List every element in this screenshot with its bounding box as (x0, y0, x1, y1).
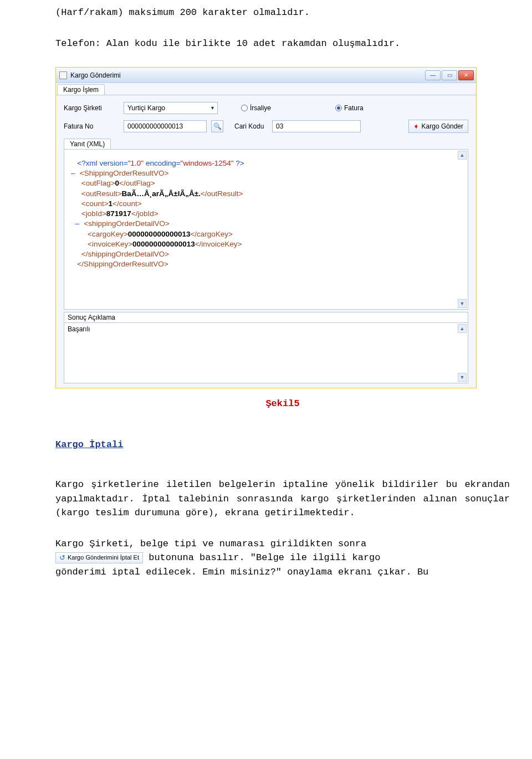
xml-outres-o: <outResult> (81, 189, 122, 198)
xml-decl-ver: "1.0" (128, 159, 144, 167)
kargo-sirketi-select[interactable]: Yurtiçi Kargo ▼ (124, 102, 218, 114)
xml-decl-a: <?xml version= (77, 159, 128, 167)
xml-root-close: </ShippingOrderResultVO> (77, 260, 168, 268)
xml-outflag-v: 0 (115, 179, 120, 187)
scroll-down-icon[interactable]: ▼ (458, 373, 467, 382)
xml-inv-o: <invoiceKey> (88, 240, 132, 248)
kargo-iptal-label: Kargo Gönderimini İptal Et (68, 553, 139, 562)
note-harf-rakam: (Harf/rakam) maksimum 200 karakter olmal… (55, 6, 510, 20)
xml-count-c: </count> (112, 199, 142, 208)
xml-cargo-o: <cargoKey> (88, 230, 128, 238)
para2-line3: gönderimi iptal edilecek. Emin misiniz?"… (55, 567, 428, 577)
xml-jobid-v: 871917 (106, 209, 131, 218)
kargo-gonder-label: Kargo Gönder (422, 122, 463, 130)
scroll-up-icon[interactable]: ▲ (458, 151, 467, 160)
chevron-down-icon: ▼ (210, 105, 215, 111)
cari-kodu-input[interactable]: 03 (272, 120, 361, 132)
xml-outflag-c: </outFlag> (119, 179, 155, 187)
xml-decl-b: encoding= (144, 159, 180, 167)
kargo-iptal-button[interactable]: ↺ Kargo Gönderimini İptal Et (55, 552, 143, 563)
minimize-button[interactable]: — (425, 70, 441, 80)
paragraph-iptal-2: Kargo Şirketi, belge tipi ve numarası gi… (55, 537, 510, 579)
note-telefon: Telefon: Alan kodu ile birlikte 10 adet … (55, 37, 510, 51)
maximize-button[interactable]: ▭ (442, 70, 457, 80)
xml-collapse-icon[interactable]: – (71, 168, 78, 178)
para2-line1: Kargo Şirketi, belge tipi ve numarası gi… (55, 539, 366, 549)
send-icon: ➧ (413, 122, 419, 130)
kargo-gonder-button[interactable]: ➧ Kargo Gönder (408, 120, 468, 133)
xml-outres-v: BaÃ…Å¸arÃ„Â±lÃ„Â±. (122, 189, 201, 198)
label-kargo-sirketi: Kargo Şirketi (64, 104, 119, 112)
kargo-sirketi-value: Yurtiçi Kargo (127, 104, 165, 112)
tab-kargo-islem[interactable]: Kargo İşlem (57, 84, 105, 95)
scroll-down-icon[interactable]: ▼ (458, 299, 467, 308)
app-icon (59, 71, 67, 79)
undo-icon: ↺ (59, 552, 65, 563)
xml-root-open: <ShippingOrderResultVO> (80, 169, 169, 177)
xml-outflag-o: <outFlag> (81, 179, 115, 187)
close-button[interactable]: ✕ (458, 70, 474, 80)
label-cari-kodu: Cari Kodu (234, 122, 268, 130)
xml-decl-enc: "windows-1254" (181, 159, 234, 167)
figure-caption: Şekil5 (55, 398, 510, 409)
xml-inv-v: 000000000000013 (132, 240, 195, 248)
radio-fatura[interactable]: Fatura (335, 104, 364, 112)
para2-after-btn: butonuna basılır. "Belge ile ilgili karg… (143, 552, 380, 563)
cari-kodu-value: 03 (276, 122, 283, 130)
fatura-no-input[interactable]: 000000000000013 (124, 120, 207, 132)
section-kargo-iptali: Kargo İptali (55, 439, 510, 450)
xml-result-panel: ▲ ▼ <?xml version="1.0" encoding="window… (64, 149, 468, 310)
xml-jobid-o: <jobId> (81, 209, 106, 218)
sonuc-aciklama-box: Başarılı ▲ ▼ (64, 322, 468, 383)
xml-detail-close: </shippingOrderDetailVO> (81, 250, 169, 258)
xml-inv-c: </invoiceKey> (195, 240, 242, 248)
radio-dot-on (335, 105, 342, 111)
xml-count-o: <count> (81, 199, 109, 208)
radio-irsaliye[interactable]: İrsaliye (241, 104, 271, 112)
scroll-up-icon[interactable]: ▲ (458, 324, 467, 333)
paragraph-iptal-1: Kargo şirketlerine iletilen belgelerin i… (55, 478, 510, 520)
xml-outres-c: </outResult> (201, 189, 243, 198)
radio-irsaliye-label: İrsaliye (250, 104, 271, 112)
kargo-gonderimi-window: Kargo Gönderimi — ▭ ✕ Kargo İşlem Kargo … (55, 67, 477, 388)
tab-yanit-xml[interactable]: Yanıt (XML) (64, 139, 111, 149)
xml-cargo-c: </cargoKey> (190, 230, 233, 238)
radio-dot-off (241, 105, 248, 111)
xml-detail-open: <shippingOrderDetailVO> (84, 219, 170, 228)
label-fatura-no: Fatura No (64, 122, 119, 130)
window-titlebar: Kargo Gönderimi — ▭ ✕ (56, 68, 476, 83)
xml-cargo-v: 000000000000013 (128, 230, 191, 238)
xml-jobid-c: </jobId> (131, 209, 158, 218)
sonuc-value: Başarılı (68, 325, 90, 333)
label-sonuc-aciklama: Sonuç Açıklama (64, 312, 468, 322)
xml-collapse-icon[interactable]: – (75, 219, 82, 229)
xml-decl-c: ?> (234, 159, 244, 167)
lookup-icon[interactable]: 🔍 (211, 120, 223, 132)
xml-count-v: 1 (109, 199, 113, 208)
radio-fatura-label: Fatura (344, 104, 364, 112)
window-title: Kargo Gönderimi (70, 71, 425, 79)
fatura-no-value: 000000000000013 (127, 122, 183, 130)
